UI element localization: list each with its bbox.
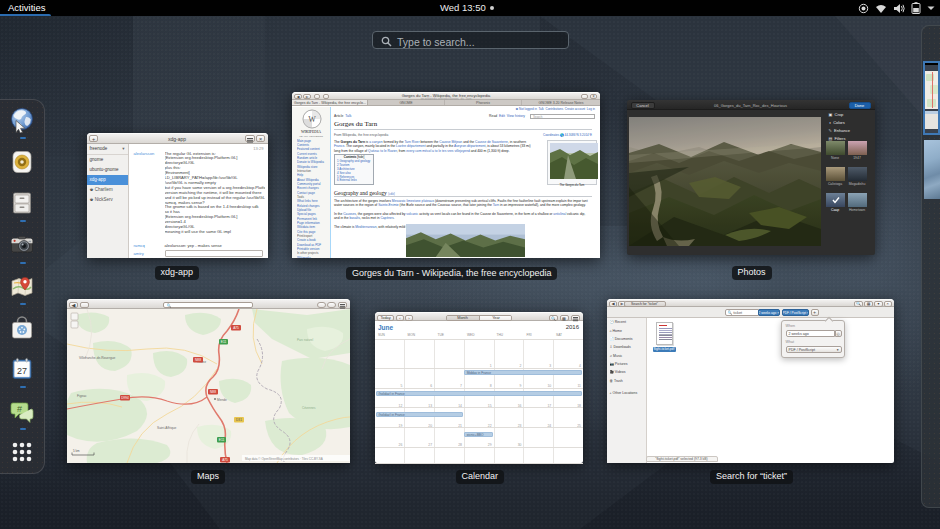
svg-text:N88: N88 (195, 358, 201, 362)
svg-text:Villefranche-de-Rouergue: Villefranche-de-Rouergue (79, 356, 115, 360)
svg-text:A75: A75 (233, 326, 239, 330)
svg-text:D994: D994 (121, 396, 129, 400)
svg-text:E11: E11 (220, 340, 226, 344)
svg-text:Map data © OpenStreetMap contr: Map data © OpenStreetMap contributors · … (245, 456, 323, 460)
svg-text:5 km: 5 km (73, 448, 80, 452)
svg-text:E11: E11 (218, 438, 224, 442)
svg-text:#: # (17, 404, 22, 414)
svg-text:Figeac: Figeac (77, 394, 87, 398)
svg-text:N88: N88 (210, 390, 216, 394)
svg-text:Mende: Mende (217, 398, 227, 402)
svg-text:27: 27 (17, 366, 27, 376)
svg-text:Saint-Affrique: Saint-Affrique (157, 426, 176, 430)
svg-text:W: W (308, 115, 316, 124)
svg-text:A75: A75 (222, 458, 228, 462)
svg-text:Cévennes: Cévennes (302, 406, 316, 410)
svg-text:Parc naturel: Parc naturel (297, 338, 314, 342)
svg-text:D31: D31 (236, 418, 242, 422)
